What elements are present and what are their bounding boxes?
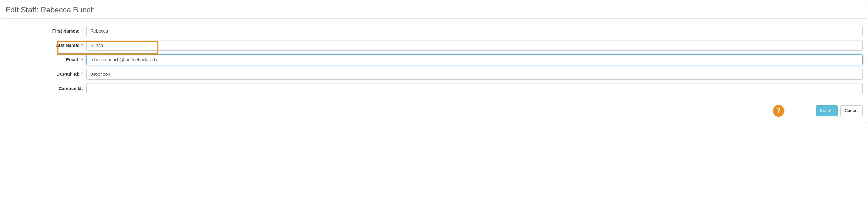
ucpath-id-input[interactable] xyxy=(86,69,863,80)
required-marker: * xyxy=(82,43,83,48)
row-first-names: First Names: * xyxy=(5,26,863,36)
submit-button[interactable]: Submit xyxy=(816,106,838,116)
row-last-name: Last Name: * xyxy=(5,40,863,51)
panel-header: Edit Staff: Rebecca Bunch xyxy=(1,1,867,19)
first-names-input[interactable] xyxy=(86,26,863,36)
step-badge: 7 xyxy=(773,105,784,117)
required-marker: * xyxy=(82,57,83,62)
label-email: Email: * xyxy=(5,57,86,62)
page-title: Edit Staff: Rebecca Bunch xyxy=(5,5,863,15)
required-marker: * xyxy=(82,28,83,33)
form-body: First Names: * Last Name: * Email: * UCP… xyxy=(1,19,867,102)
required-marker: * xyxy=(82,72,83,77)
row-campus-id: Campus Id: xyxy=(5,83,863,94)
campus-id-input[interactable] xyxy=(86,83,863,94)
last-name-input[interactable] xyxy=(86,40,863,51)
row-ucpath-id: UCPath Id: * xyxy=(5,69,863,80)
label-ucpath-id: UCPath Id: * xyxy=(5,72,86,77)
row-email: Email: * xyxy=(5,54,863,65)
cancel-button[interactable]: Cancel xyxy=(840,106,863,116)
email-input[interactable] xyxy=(86,54,863,65)
label-last-name: Last Name: * xyxy=(5,43,86,48)
panel-footer: 7 Submit Cancel xyxy=(1,102,867,121)
label-first-names: First Names: * xyxy=(5,28,86,33)
edit-staff-panel: Edit Staff: Rebecca Bunch First Names: *… xyxy=(1,1,867,121)
label-campus-id: Campus Id: xyxy=(5,86,86,91)
